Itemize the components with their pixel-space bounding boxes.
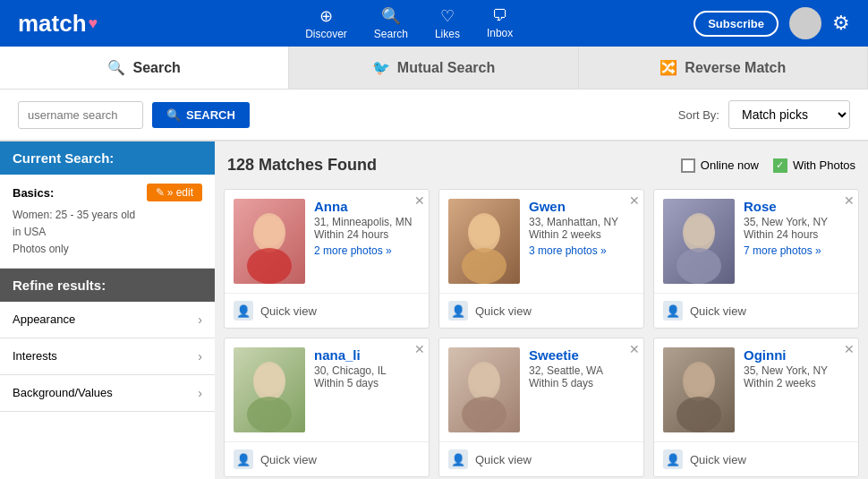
close-icon[interactable]: ✕ bbox=[844, 193, 855, 208]
profile-photo[interactable] bbox=[234, 347, 305, 432]
close-icon[interactable]: ✕ bbox=[844, 342, 855, 356]
quick-view-button[interactable]: 👤 Quick view bbox=[439, 293, 643, 328]
quick-view-icon: 👤 bbox=[234, 301, 253, 321]
search-row: 🔍 SEARCH Sort By: Match picks Newest Dis… bbox=[0, 90, 868, 141]
tab-reverse-match[interactable]: 🔀 Reverse Match bbox=[579, 47, 868, 89]
profile-photo[interactable] bbox=[234, 199, 305, 284]
avatar[interactable] bbox=[789, 7, 821, 39]
profile-info: Rose 35, New York, NY Within 24 hours 7 … bbox=[744, 199, 849, 284]
results-area: 128 Matches Found Online now ✓ With Phot… bbox=[215, 141, 868, 479]
profile-name[interactable]: nana_li bbox=[314, 347, 420, 363]
username-input[interactable] bbox=[18, 101, 143, 129]
search-nav-icon: 🔍 bbox=[381, 6, 401, 26]
more-photos-link[interactable]: 7 more photos » bbox=[744, 244, 849, 257]
close-icon[interactable]: ✕ bbox=[414, 193, 425, 208]
more-photos-link[interactable]: 3 more photos » bbox=[529, 244, 634, 257]
profile-photo[interactable] bbox=[663, 347, 735, 432]
with-photos-checkbox[interactable]: ✓ bbox=[773, 158, 787, 173]
profile-grid: ✕ Anna 31, Minneapolis, MN Within 24 hou… bbox=[224, 189, 859, 477]
refine-appearance[interactable]: Appearance › bbox=[0, 302, 215, 338]
profile-time: Within 2 weeks bbox=[744, 377, 849, 389]
online-now-label: Online now bbox=[701, 158, 759, 172]
profile-name[interactable]: Rose bbox=[744, 199, 849, 214]
profile-card: ✕ nana_li 30, Chicago, IL Within 5 days bbox=[224, 338, 430, 477]
nav-search[interactable]: 🔍 Search bbox=[374, 6, 408, 40]
card-body: Oginni 35, New York, NY Within 2 weeks bbox=[654, 338, 858, 441]
basics-label: Basics: bbox=[13, 186, 54, 200]
profile-info: Anna 31, Minneapolis, MN Within 24 hours… bbox=[314, 199, 420, 284]
svg-point-4 bbox=[462, 248, 506, 284]
tab-search[interactable]: 🔍 Search bbox=[0, 47, 289, 89]
quick-view-button[interactable]: 👤 Quick view bbox=[439, 441, 643, 476]
profile-info: Gwen 33, Manhattan, NY Within 2 weeks 3 … bbox=[529, 199, 634, 284]
search-button[interactable]: 🔍 SEARCH bbox=[152, 102, 250, 128]
header-right: Subscribe ⚙ bbox=[694, 7, 850, 39]
quick-view-button[interactable]: 👤 Quick view bbox=[654, 441, 858, 476]
profile-info: Oginni 35, New York, NY Within 2 weeks bbox=[744, 347, 849, 432]
nav-likes[interactable]: ♡ Likes bbox=[435, 6, 460, 40]
profile-card: ✕ Oginni 35, New York, NY Within 2 weeks bbox=[653, 338, 859, 477]
nav-search-label: Search bbox=[374, 28, 408, 40]
nav-inbox[interactable]: 🗩 Inbox bbox=[487, 6, 513, 40]
close-icon[interactable]: ✕ bbox=[414, 342, 425, 356]
online-now-filter[interactable]: Online now bbox=[681, 158, 759, 173]
svg-point-17 bbox=[684, 364, 714, 395]
svg-point-11 bbox=[254, 364, 285, 395]
online-now-checkbox[interactable] bbox=[681, 158, 695, 173]
quick-view-button[interactable]: 👤 Quick view bbox=[225, 441, 429, 476]
basics-detail-photos: Photos only bbox=[13, 241, 202, 258]
sidebar: Current Search: Basics: ✎ » edit Women: … bbox=[0, 141, 215, 479]
card-body: Sweetie 32, Seattle, WA Within 5 days bbox=[439, 338, 643, 441]
current-search-header: Current Search: bbox=[0, 141, 215, 175]
quick-view-button[interactable]: 👤 Quick view bbox=[225, 293, 429, 328]
profile-photo[interactable] bbox=[663, 199, 735, 284]
profile-meta: 35, New York, NY bbox=[744, 364, 849, 377]
card-body: nana_li 30, Chicago, IL Within 5 days bbox=[225, 338, 429, 441]
profile-meta: 33, Manhattan, NY bbox=[529, 216, 634, 228]
close-icon[interactable]: ✕ bbox=[629, 193, 640, 208]
sort-select[interactable]: Match picks Newest Distance Last Active bbox=[728, 100, 850, 129]
profile-name[interactable]: Anna bbox=[314, 199, 420, 214]
profile-time: Within 5 days bbox=[314, 377, 420, 389]
basics-detail-location: in USA bbox=[13, 224, 202, 241]
profile-card: ✕ Rose 35, New York, NY Within 24 hours bbox=[653, 189, 859, 329]
refine-background-label: Background/Values bbox=[13, 386, 113, 399]
more-photos-link[interactable]: 2 more photos » bbox=[314, 244, 420, 257]
card-body: Anna 31, Minneapolis, MN Within 24 hours… bbox=[225, 190, 429, 293]
refine-interests[interactable]: Interests › bbox=[0, 338, 215, 375]
profile-photo[interactable] bbox=[448, 199, 520, 284]
subscribe-button[interactable]: Subscribe bbox=[694, 11, 779, 37]
tab-search-label: Search bbox=[132, 60, 180, 76]
svg-point-1 bbox=[247, 248, 292, 284]
profile-name[interactable]: Sweetie bbox=[529, 347, 634, 363]
main-nav: ⊕ Discover 🔍 Search ♡ Likes 🗩 Inbox bbox=[124, 6, 694, 40]
profile-photo[interactable] bbox=[448, 347, 520, 432]
nav-likes-label: Likes bbox=[435, 28, 460, 40]
close-icon[interactable]: ✕ bbox=[629, 342, 640, 356]
profile-name[interactable]: Oginni bbox=[744, 347, 849, 363]
edit-label: » edit bbox=[167, 186, 193, 199]
with-photos-filter[interactable]: ✓ With Photos bbox=[773, 158, 855, 173]
svg-point-13 bbox=[462, 397, 506, 432]
tabs-bar: 🔍 Search 🐦 Mutual Search 🔀 Reverse Match bbox=[0, 47, 868, 90]
quick-view-icon: 👤 bbox=[234, 449, 253, 469]
gear-icon[interactable]: ⚙ bbox=[832, 12, 850, 35]
profile-name[interactable]: Gwen bbox=[529, 199, 634, 214]
logo[interactable]: match♥ bbox=[18, 10, 98, 38]
quick-view-label: Quick view bbox=[475, 304, 532, 318]
quick-view-button[interactable]: 👤 Quick view bbox=[654, 293, 858, 328]
quick-view-label: Quick view bbox=[690, 304, 746, 318]
svg-point-7 bbox=[677, 248, 721, 284]
refine-background[interactable]: Background/Values › bbox=[0, 375, 215, 412]
basics-row: Basics: ✎ » edit bbox=[13, 184, 202, 201]
card-body: Rose 35, New York, NY Within 24 hours 7 … bbox=[654, 190, 858, 293]
reverse-match-icon: 🔀 bbox=[660, 59, 677, 76]
search-tab-icon: 🔍 bbox=[107, 59, 125, 76]
logo-text: match bbox=[18, 10, 87, 38]
quick-view-label: Quick view bbox=[475, 453, 532, 466]
quick-view-icon: 👤 bbox=[448, 449, 468, 469]
tab-mutual-search[interactable]: 🐦 Mutual Search bbox=[289, 47, 578, 89]
edit-button[interactable]: ✎ » edit bbox=[147, 184, 202, 201]
sort-label: Sort By: bbox=[678, 108, 719, 122]
nav-discover[interactable]: ⊕ Discover bbox=[305, 6, 347, 40]
